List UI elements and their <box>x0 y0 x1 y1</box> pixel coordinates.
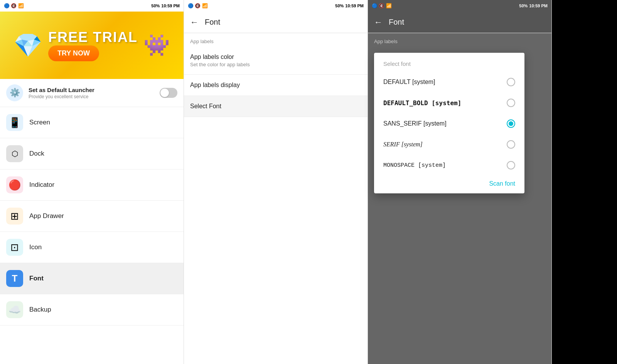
status-icons-3: 🔵 🔇 📶 <box>372 3 392 8</box>
panel2-title: Font <box>205 18 220 27</box>
battery-3: 50% <box>519 3 528 8</box>
app-labels-color-row[interactable]: App labels color Set the color for app l… <box>184 47 368 75</box>
font-option-default-bold[interactable]: DEFAULT_BOLD [system] <box>374 92 524 113</box>
menu-item-dock[interactable]: ⬡ Dock <box>0 138 184 169</box>
battery-2: 50% <box>335 3 344 8</box>
dialog-title: Select font <box>374 53 524 72</box>
ad-content: 💎 FREE TRIAL TRY NOW 👾 <box>13 29 170 61</box>
panel-1: 🔵 🔇 📶 50% 10:59 PM 💎 FREE TRIAL TRY NOW … <box>0 0 184 364</box>
font-option-default[interactable]: DEFAULT [system] <box>374 72 524 92</box>
menu-item-font[interactable]: T Font <box>0 263 184 294</box>
panel2-section-label: App labels <box>184 33 368 47</box>
time-3: 10:59 PM <box>529 3 548 8</box>
time-1: 10:59 PM <box>161 3 180 8</box>
appdrawer-icon: ⊞ <box>6 208 23 225</box>
launcher-text: Set as Default Launcher Provide you exce… <box>29 87 160 99</box>
menu-item-screen[interactable]: 📱 Screen <box>0 107 184 138</box>
font-option-serif-label: SERIF [system] <box>383 141 423 148</box>
gem-icon: 💎 <box>13 32 42 59</box>
dialog-container: Select font DEFAULT [system] DEFAULT_BOL… <box>368 47 551 200</box>
menu-item-appdrawer[interactable]: ⊞ App Drawer <box>0 201 184 232</box>
app-labels-display-row[interactable]: App labels display <box>184 75 368 96</box>
radio-selected-indicator <box>509 121 513 126</box>
font-option-monospace-label: MONOSPACE [system] <box>383 162 446 169</box>
status-icons-2: 🔵 🔇 📶 <box>188 3 208 8</box>
select-font-row[interactable]: Select Font <box>184 96 368 117</box>
font-label: Font <box>29 275 44 282</box>
status-icons-1: 🔵 🔇 📶 <box>4 3 24 8</box>
panel-2: 🔵 🔇 📶 50% 10:59 PM ← Font App labels App… <box>184 0 368 364</box>
default-launcher-row[interactable]: ⚙️ Set as Default Launcher Provide you e… <box>0 79 184 107</box>
font-option-monospace[interactable]: MONOSPACE [system] <box>374 155 524 176</box>
status-bar-3: 🔵 🔇 📶 50% 10:59 PM <box>368 0 551 12</box>
scan-font-button[interactable]: Scan font <box>489 180 515 187</box>
app-labels-display-title: App labels display <box>190 82 361 89</box>
select-font-title: Select Font <box>190 103 361 110</box>
dialog-action-row: Scan font <box>374 176 524 193</box>
font-icon: T <box>6 270 23 287</box>
font-option-sans-serif[interactable]: SANS_SERIF [system] <box>374 113 524 134</box>
indicator-label: Indicator <box>29 181 54 189</box>
monster-icon: 👾 <box>143 33 170 58</box>
panel3-header: ← Font <box>368 12 551 33</box>
free-trial-text: FREE TRIAL <box>48 29 138 45</box>
panel3-section-label: App labels <box>368 33 551 47</box>
launcher-title: Set as Default Launcher <box>29 87 160 93</box>
panel2-back-button[interactable]: ← <box>190 17 199 27</box>
app-labels-color-title: App labels color <box>190 54 361 60</box>
time-2: 10:59 PM <box>345 3 364 8</box>
font-option-default-label: DEFAULT [system] <box>383 79 435 86</box>
font-option-sans-serif-label: SANS_SERIF [system] <box>383 120 447 127</box>
app-labels-color-subtitle: Set the color for app labels <box>190 62 361 67</box>
font-option-monospace-radio[interactable] <box>507 161 515 169</box>
indicator-icon: 🔴 <box>6 176 23 193</box>
try-now-button[interactable]: TRY NOW <box>48 45 99 61</box>
panel2-header: ← Font <box>184 12 368 33</box>
ad-text-group: FREE TRIAL TRY NOW <box>48 29 138 61</box>
font-option-default-radio[interactable] <box>507 78 515 86</box>
icon-label: Icon <box>29 243 42 251</box>
font-select-dialog: Select font DEFAULT [system] DEFAULT_BOL… <box>374 53 524 193</box>
screen-icon: 📱 <box>6 114 23 131</box>
screen-label: Screen <box>29 119 50 126</box>
icon-menu-icon: ⊡ <box>6 239 23 256</box>
dock-label: Dock <box>29 150 44 158</box>
menu-item-indicator[interactable]: 🔴 Indicator <box>0 169 184 201</box>
font-option-sans-serif-radio[interactable] <box>507 119 515 128</box>
status-bar-2: 🔵 🔇 📶 50% 10:59 PM <box>184 0 368 12</box>
font-option-default-bold-radio[interactable] <box>507 99 515 107</box>
ad-banner[interactable]: 💎 FREE TRIAL TRY NOW 👾 <box>0 12 184 79</box>
launcher-icon: ⚙️ <box>6 84 23 101</box>
panel3-back-button[interactable]: ← <box>374 17 383 27</box>
panel-3: 🔵 🔇 📶 50% 10:59 PM ← Font App labels Sel… <box>368 0 552 364</box>
panel3-title: Font <box>389 18 404 27</box>
menu-item-backup[interactable]: ☁️ Backup <box>0 294 184 325</box>
dock-icon: ⬡ <box>6 145 23 162</box>
appdrawer-label: App Drawer <box>29 212 64 220</box>
backup-icon: ☁️ <box>6 301 23 318</box>
menu-item-icon[interactable]: ⊡ Icon <box>0 232 184 263</box>
font-option-default-bold-label: DEFAULT_BOLD [system] <box>383 99 461 107</box>
battery-1: 50% <box>151 3 160 8</box>
font-option-serif[interactable]: SERIF [system] <box>374 134 524 155</box>
status-bar-1: 🔵 🔇 📶 50% 10:59 PM <box>0 0 184 12</box>
launcher-subtitle: Provide you excellent service <box>29 94 160 99</box>
font-option-serif-radio[interactable] <box>507 140 515 149</box>
default-launcher-toggle[interactable] <box>160 88 177 98</box>
backup-label: Backup <box>29 306 51 314</box>
